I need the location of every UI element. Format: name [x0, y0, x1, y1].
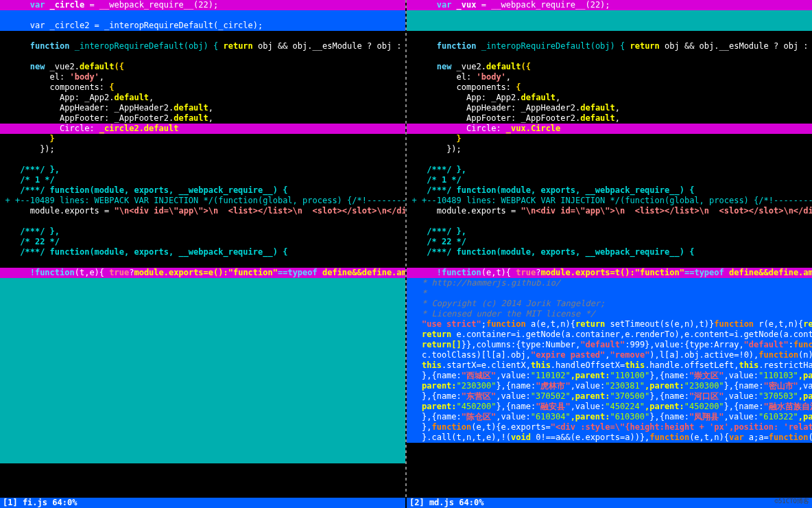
code-line: new _vue2.default({: [0, 62, 405, 72]
code-line: AppHeader: _AppHeader2.default,: [407, 103, 812, 113]
code-line: [0, 154, 405, 165]
fold-line[interactable]: + +--10489 lines: WEBPACK VAR INJECTION …: [0, 196, 405, 206]
code-line: /***/ },: [407, 165, 812, 175]
diff-added-block: * http://hammerjs.github.io/ * * Copyrig…: [407, 278, 812, 443]
code-line: /***/ },: [407, 227, 812, 237]
code-line: }: [0, 134, 405, 144]
code-line: [0, 51, 405, 62]
code-line: [0, 10, 405, 21]
code-line: /***/ function(module, exports, __webpac…: [407, 247, 812, 257]
code-line: Circle: _vux.Circle: [407, 124, 812, 134]
code-line: module.exports = "\n<div id=\"app\">\n <…: [407, 206, 812, 216]
code-line: App: _App2.default,: [407, 93, 812, 103]
code-line: });: [0, 144, 405, 154]
code-line: App: _App2.default,: [0, 93, 405, 103]
status-bar-right: [2] md.js 64:0%: [407, 498, 812, 508]
status-bar-row: [1] fi.js 64:0% [2] md.js 64:0%: [0, 498, 812, 508]
code-line: [0, 257, 405, 268]
code-line: [407, 31, 812, 41]
code-line: /***/ function(module, exports, __webpac…: [0, 185, 405, 196]
code-line: var _vux = __webpack_require__(22);: [407, 0, 812, 10]
code-line: !function(e,t){ true?module.exports=t():…: [407, 268, 812, 278]
code-line: AppHeader: _AppHeader2.default,: [0, 103, 405, 113]
code-line: function _interopRequireDefault(obj) { r…: [0, 41, 405, 51]
code-line: [0, 31, 405, 41]
code-line: el: 'body',: [407, 72, 812, 82]
code-line: var _circle2 = _interopRequireDefault(_c…: [0, 21, 405, 31]
code-line: var _circle = __webpack_require__(22);: [0, 0, 405, 10]
code-line: /***/ },: [0, 227, 405, 237]
status-bar-left: [1] fi.js 64:0%: [0, 498, 405, 508]
left-pane[interactable]: var _circle = __webpack_require__(22); v…: [0, 0, 405, 498]
code-line: [0, 216, 405, 227]
code-line: }: [407, 134, 812, 144]
code-line: el: 'body',: [0, 72, 405, 82]
code-line: /***/ function(module, exports, __webpac…: [0, 247, 405, 257]
watermark: ©51CTO博客: [774, 496, 809, 507]
code-line: module.exports = "\n<div id=\"app\">\n <…: [0, 206, 405, 216]
code-line: [407, 51, 812, 62]
code-line: /* 1 */: [407, 175, 812, 185]
right-pane[interactable]: var _vux = __webpack_require__(22); func…: [407, 0, 812, 498]
code-line: /***/ function(module, exports, __webpac…: [407, 185, 812, 196]
code-line: /* 22 */: [407, 237, 812, 247]
code-line: [407, 10, 812, 21]
code-line: components: {: [0, 82, 405, 93]
code-line: });: [407, 144, 812, 154]
code-line: /* 22 */: [0, 237, 405, 247]
code-line: AppFooter: _AppFooter2.default,: [0, 113, 405, 124]
code-line: AppFooter: _AppFooter2.default,: [407, 113, 812, 124]
code-line: [407, 154, 812, 165]
code-line: components: {: [407, 82, 812, 93]
code-line: [407, 216, 812, 227]
code-line: [407, 21, 812, 31]
code-line: /***/ },: [0, 165, 405, 175]
diff-filler-block: [0, 278, 405, 463]
code-line: new _vue2.default({: [407, 62, 812, 72]
code-line: [407, 257, 812, 268]
code-line: function _interopRequireDefault(obj) { r…: [407, 41, 812, 51]
code-line: Circle: _circle2.default: [0, 124, 405, 134]
code-line: /* 1 */: [0, 175, 405, 185]
code-line: !function(t,e){ true?module.exports=e():…: [0, 268, 405, 278]
diff-split-view: var _circle = __webpack_require__(22); v…: [0, 0, 812, 498]
fold-line[interactable]: + +--10489 lines: WEBPACK VAR INJECTION …: [407, 196, 812, 206]
